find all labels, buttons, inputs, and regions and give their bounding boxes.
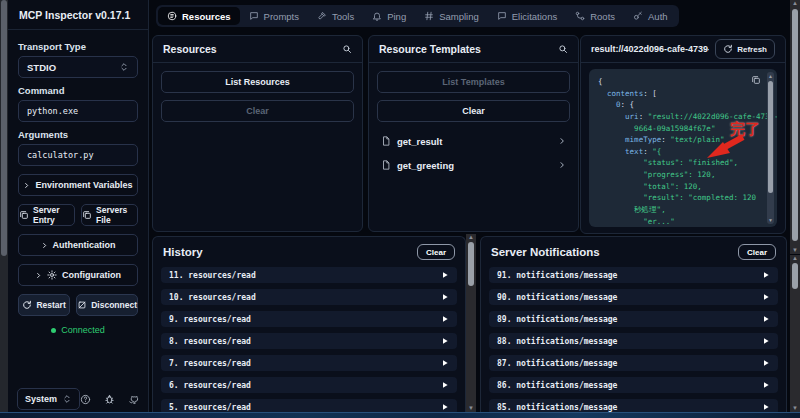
history-item[interactable]: 8. resources/read xyxy=(161,333,457,349)
notification-item-label: 91. notifications/message xyxy=(497,271,617,280)
search-icon[interactable] xyxy=(558,44,568,54)
tab-ping[interactable]: Ping xyxy=(363,7,415,25)
bug-icon[interactable] xyxy=(104,394,115,405)
environment-variables-button[interactable]: Environment Variables xyxy=(18,174,138,196)
history-panel: History Clear 11. resources/read10. reso… xyxy=(152,236,466,418)
disconnect-button[interactable]: Disconnect xyxy=(76,294,138,316)
history-item[interactable]: 10. resources/read xyxy=(161,289,457,305)
scroll-up-arrow[interactable]: ▲ xyxy=(466,234,476,241)
json-scrollbar[interactable]: ▲ ▼ xyxy=(767,72,774,224)
chevron-right-icon xyxy=(35,272,42,279)
history-item[interactable]: 7. resources/read xyxy=(161,355,457,371)
refresh-button[interactable]: Refresh xyxy=(715,39,775,59)
arguments-label: Arguments xyxy=(18,129,138,140)
templates-clear-button[interactable]: Clear xyxy=(377,100,570,122)
search-icon[interactable] xyxy=(342,44,352,54)
window-right-scrollbar[interactable]: ▲ ▼ xyxy=(790,0,800,254)
notification-item-label: 89. notifications/message xyxy=(497,315,617,324)
scrollbar-thumb[interactable] xyxy=(468,242,474,286)
json-line: { xyxy=(598,76,768,88)
arguments-value: calculator.py xyxy=(27,150,94,160)
scroll-up-arrow[interactable]: ▲ xyxy=(790,0,800,7)
restart-label: Restart xyxy=(36,300,65,310)
tab-prompts[interactable]: Prompts xyxy=(240,7,308,25)
github-icon[interactable] xyxy=(128,394,139,405)
history-item[interactable]: 9. resources/read xyxy=(161,311,457,327)
window-left-scrollbar[interactable] xyxy=(0,0,8,418)
notification-item[interactable]: 90. notifications/message xyxy=(489,289,778,305)
tab-auth[interactable]: Auth xyxy=(624,7,677,25)
notification-item[interactable]: 91. notifications/message xyxy=(489,267,778,283)
tab-label: Tools xyxy=(332,11,354,22)
history-item[interactable]: 6. resources/read xyxy=(161,377,457,393)
configuration-button[interactable]: Configuration xyxy=(18,264,138,286)
theme-select[interactable]: System xyxy=(17,388,80,410)
resource-templates-panel: Resource Templates List Templates Clear … xyxy=(368,35,579,232)
history-item-label: 11. resources/read xyxy=(169,271,256,280)
template-item-get_result[interactable]: get_result xyxy=(377,129,570,153)
key-icon xyxy=(633,11,643,21)
notifications-title: Server Notifications xyxy=(491,246,600,258)
history-title: History xyxy=(163,246,203,258)
play-icon xyxy=(762,337,770,345)
tab-roots[interactable]: Roots xyxy=(566,7,624,25)
notification-item[interactable]: 86. notifications/message xyxy=(489,377,778,393)
result-json-viewer: { contents: [ 0: { uri: "result://4022d0… xyxy=(589,69,777,227)
scrollbar-thumb[interactable] xyxy=(1,0,7,256)
history-clear-button[interactable]: Clear xyxy=(417,244,455,260)
history-item-label: 8. resources/read xyxy=(169,337,251,346)
refresh-label: Refresh xyxy=(737,45,767,54)
tab-label: Prompts xyxy=(264,11,299,22)
scroll-down-arrow[interactable]: ▼ xyxy=(767,217,774,223)
history-item-label: 9. resources/read xyxy=(169,315,251,324)
scroll-up-arrow[interactable]: ▲ xyxy=(790,255,800,262)
transport-type-select[interactable]: STDIO xyxy=(18,56,138,78)
connection-status: Connected xyxy=(18,325,138,335)
resources-clear-button[interactable]: Clear xyxy=(161,100,354,122)
notification-item[interactable]: 89. notifications/message xyxy=(489,311,778,327)
notifications-clear-button[interactable]: Clear xyxy=(738,244,776,260)
templates-panel-title: Resource Templates xyxy=(379,43,481,55)
restart-button[interactable]: Restart xyxy=(18,294,70,316)
command-input[interactable]: python.exe xyxy=(18,100,138,122)
authentication-button[interactable]: Authentication xyxy=(18,234,138,256)
history-scrollbar[interactable]: ▲ ▼ xyxy=(466,234,476,412)
server-entry-button[interactable]: Server Entry xyxy=(18,204,75,226)
notification-item[interactable]: 87. notifications/message xyxy=(489,355,778,371)
scroll-up-arrow[interactable]: ▲ xyxy=(767,73,774,79)
copy-icon[interactable] xyxy=(751,75,761,85)
play-icon xyxy=(441,359,449,367)
template-name: get_greeting xyxy=(397,160,454,171)
scrollbar-thumb[interactable] xyxy=(792,263,798,289)
scrollbar-thumb[interactable] xyxy=(768,81,773,193)
tab-sampling[interactable]: Sampling xyxy=(415,7,488,25)
play-icon xyxy=(762,403,770,411)
scroll-down-arrow[interactable]: ▼ xyxy=(790,247,800,254)
list-resources-button[interactable]: List Resources xyxy=(161,71,354,93)
notification-item-label: 88. notifications/message xyxy=(497,337,617,346)
tab-resources[interactable]: Resources xyxy=(158,7,240,25)
resources-panel-title: Resources xyxy=(163,43,217,55)
notification-item[interactable]: 88. notifications/message xyxy=(489,333,778,349)
play-icon xyxy=(441,271,449,279)
history-item-label: 5. resources/read xyxy=(169,403,251,412)
scrollbar-thumb[interactable] xyxy=(792,9,798,241)
status-dot xyxy=(51,328,56,333)
history-item[interactable]: 11. resources/read xyxy=(161,267,457,283)
help-icon[interactable] xyxy=(80,394,91,405)
tab-label: Elicitations xyxy=(512,11,557,22)
template-item-get_greeting[interactable]: get_greeting xyxy=(377,153,570,177)
json-line: 秒処理", xyxy=(598,204,768,216)
tab-tools[interactable]: Tools xyxy=(308,7,363,25)
scroll-down-arrow[interactable]: ▼ xyxy=(466,405,476,412)
notifications-right-scrollbar[interactable]: ▲ ▼ xyxy=(790,255,800,412)
list-templates-button[interactable]: List Templates xyxy=(377,71,570,93)
scroll-down-arrow[interactable]: ▼ xyxy=(790,405,800,412)
play-icon xyxy=(441,337,449,345)
restart-icon xyxy=(22,300,32,310)
arguments-input[interactable]: calculator.py xyxy=(18,144,138,166)
result-uri-title: result://4022d096-cafe-4739-9664... xyxy=(591,44,709,54)
servers-file-button[interactable]: Servers File xyxy=(81,204,138,226)
disconnect-label: Disconnect xyxy=(91,300,137,310)
tab-elicitations[interactable]: Elicitations xyxy=(488,7,566,25)
